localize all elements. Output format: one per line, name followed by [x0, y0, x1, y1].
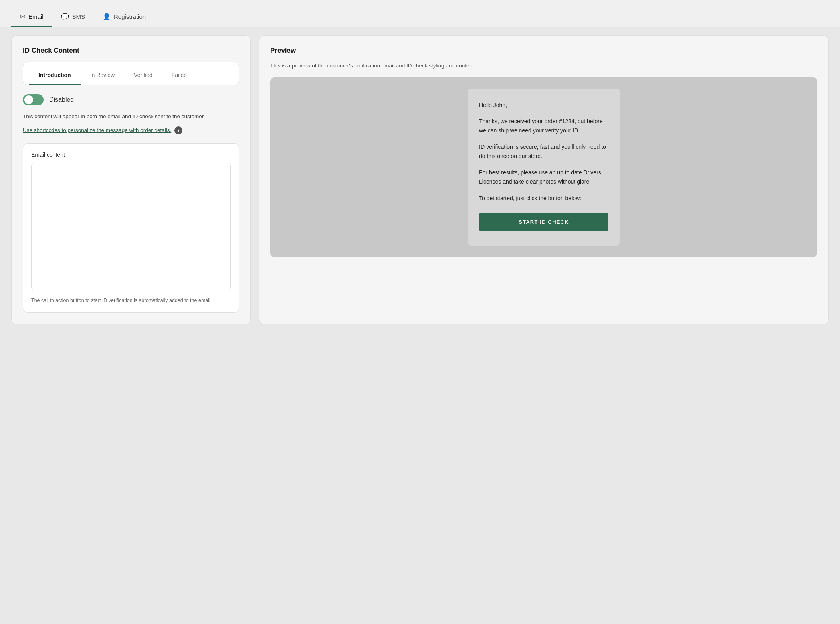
toggle-label: Disabled — [49, 96, 74, 103]
preview-body: Hello John, Thanks, we received your ord… — [479, 101, 608, 203]
tab-email-label: Email — [28, 13, 44, 20]
preview-card: Hello John, Thanks, we received your ord… — [468, 89, 620, 246]
shortcode-link[interactable]: Use shortcodes to personalize the messag… — [23, 127, 171, 133]
preview-greeting: Hello John, — [479, 101, 608, 110]
right-panel-title: Preview — [270, 47, 817, 55]
preview-description: This is a preview of the customer's noti… — [270, 62, 817, 70]
tab-email[interactable]: ✉ Email — [11, 7, 52, 27]
top-tab-bar: ✉ Email 💬 SMS 👤 Registration — [0, 0, 840, 27]
email-textarea[interactable] — [31, 163, 231, 290]
toggle-slider: ✓ — [23, 94, 44, 105]
email-content-label: Email content — [31, 152, 231, 158]
tab-sms[interactable]: 💬 SMS — [52, 7, 94, 27]
preview-paragraph-3: For best results, please use an up to da… — [479, 168, 608, 186]
right-panel: Preview This is a preview of the custome… — [259, 35, 829, 324]
preview-outer: Hello John, Thanks, we received your ord… — [270, 77, 817, 257]
tab-sms-label: SMS — [72, 13, 85, 20]
start-id-check-button[interactable]: START ID CHECK — [479, 213, 608, 231]
inner-tab-bar: Introduction In Review Verified Failed — [29, 68, 233, 85]
sms-icon: 💬 — [61, 13, 69, 20]
left-panel-title: ID Check Content — [23, 47, 239, 55]
tab-registration[interactable]: 👤 Registration — [94, 7, 155, 27]
tab-in-review[interactable]: In Review — [81, 68, 124, 85]
preview-paragraph-4: To get started, just click the button be… — [479, 194, 608, 203]
toggle-switch[interactable]: ✓ — [23, 94, 44, 105]
email-icon: ✉ — [20, 13, 25, 20]
preview-paragraph-1: Thanks, we received your order #1234, bu… — [479, 117, 608, 135]
inner-tabs-container: Introduction In Review Verified Failed — [23, 62, 239, 85]
shortcode-link-row: Use shortcodes to personalize the messag… — [23, 126, 239, 134]
email-content-box: Email content The call to action button … — [23, 143, 239, 313]
toggle-check-icon: ✓ — [26, 97, 30, 103]
left-panel: ID Check Content Introduction In Review … — [11, 35, 251, 324]
tab-verified[interactable]: Verified — [124, 68, 162, 85]
info-tooltip-icon[interactable]: i — [174, 126, 182, 134]
tab-failed[interactable]: Failed — [162, 68, 196, 85]
tab-introduction[interactable]: Introduction — [29, 68, 81, 85]
cta-note: The call to action button to start ID ve… — [31, 297, 231, 304]
preview-paragraph-2: ID verification is secure, fast and you'… — [479, 142, 608, 161]
tab-registration-label: Registration — [114, 13, 146, 20]
registration-icon: 👤 — [103, 13, 111, 20]
info-text: This content will appear in both the ema… — [23, 113, 239, 121]
toggle-row: ✓ Disabled — [23, 94, 239, 105]
main-content: ID Check Content Introduction In Review … — [0, 27, 840, 332]
